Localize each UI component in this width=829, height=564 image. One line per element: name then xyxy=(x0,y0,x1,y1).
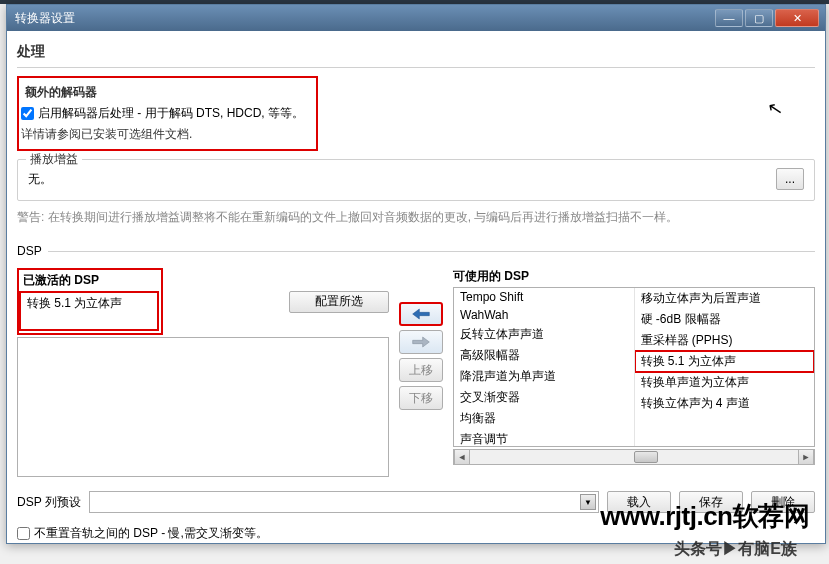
maximize-button[interactable]: ▢ xyxy=(745,9,773,27)
active-dsp-label: 已激活的 DSP xyxy=(19,270,159,291)
gain-group: 播放增益 无。 ... xyxy=(17,159,815,201)
dsp-label-text: DSP xyxy=(17,244,42,258)
divider xyxy=(48,251,815,252)
list-item[interactable]: 转换立体声为 4 声道 xyxy=(635,393,815,414)
remove-dsp-button[interactable] xyxy=(399,330,443,354)
window-title: 转换器设置 xyxy=(13,10,713,27)
save-preset-button[interactable]: 保存 xyxy=(679,491,743,513)
add-dsp-button[interactable] xyxy=(399,302,443,326)
load-preset-button[interactable]: 载入 xyxy=(607,491,671,513)
list-item[interactable]: 降混声道为单声道 xyxy=(454,366,634,387)
scroll-thumb[interactable] xyxy=(634,451,658,463)
list-item[interactable]: 转换 5.1 为立体声 xyxy=(635,351,815,372)
content-area: 处理 额外的解码器 启用解码器后处理 - 用于解码 DTS, HDCD, 等等。… xyxy=(7,31,825,552)
processing-header: 处理 xyxy=(17,37,815,65)
preset-dropdown[interactable]: ▼ xyxy=(89,491,599,513)
list-item[interactable]: 硬 -6dB 限幅器 xyxy=(635,309,815,330)
titlebar[interactable]: 转换器设置 — ▢ ✕ xyxy=(7,5,825,31)
preset-label: DSP 列预设 xyxy=(17,494,81,511)
horizontal-scrollbar[interactable]: ◄ ► xyxy=(453,449,815,465)
dialog-window: 转换器设置 — ▢ ✕ 处理 额外的解码器 启用解码器后处理 - 用于解码 DT… xyxy=(6,4,826,544)
decoder-info-text: 详情请参阅已安装可选组件文档. xyxy=(21,126,304,143)
no-reset-dsp-label: 不重置音轨之间的 DSP - 慢,需交叉渐变等。 xyxy=(34,525,268,542)
list-item[interactable]: 高级限幅器 xyxy=(454,345,634,366)
available-dsp-column: 可使用的 DSP Tempo ShiftWahWah反转立体声声道高级限幅器降混… xyxy=(453,268,815,477)
configure-button[interactable]: 配置所选 xyxy=(289,291,389,313)
preset-row: DSP 列预设 ▼ 载入 保存 删除 xyxy=(17,491,815,513)
delete-preset-button[interactable]: 删除 xyxy=(751,491,815,513)
active-dsp-list[interactable]: 转换 5.1 为立体声 xyxy=(19,291,159,331)
scroll-right-button[interactable]: ► xyxy=(798,450,814,464)
gain-value: 无。 xyxy=(28,171,52,188)
list-item[interactable]: 声音调节 xyxy=(454,429,634,446)
no-reset-dsp-checkbox[interactable] xyxy=(17,527,30,540)
enable-decoder-label: 启用解码器后处理 - 用于解码 DTS, HDCD, 等等。 xyxy=(38,105,304,122)
close-button[interactable]: ✕ xyxy=(775,9,819,27)
arrow-right-icon xyxy=(411,335,431,349)
gain-settings-button[interactable]: ... xyxy=(776,168,804,190)
warning-text: 警告: 在转换期间进行播放增益调整将不能在重新编码的文件上撤回对音频数据的更改,… xyxy=(17,209,815,226)
move-buttons-column: 上移 下移 xyxy=(395,268,447,477)
dsp-section-label: DSP xyxy=(17,244,815,258)
list-item[interactable]: 反转立体声声道 xyxy=(454,324,634,345)
arrow-left-icon xyxy=(411,307,431,321)
minimize-button[interactable]: — xyxy=(715,9,743,27)
list-item[interactable]: Tempo Shift xyxy=(454,288,634,306)
active-dsp-column: 已激活的 DSP 转换 5.1 为立体声 配置所选 xyxy=(17,268,389,477)
scroll-left-button[interactable]: ◄ xyxy=(454,450,470,464)
list-item[interactable]: 转换单声道为立体声 xyxy=(635,372,815,393)
list-item[interactable]: 移动立体声为后置声道 xyxy=(635,288,815,309)
list-item[interactable]: 交叉渐变器 xyxy=(454,387,634,408)
move-up-button[interactable]: 上移 xyxy=(399,358,443,382)
list-item[interactable]: 转换 5.1 为立体声 xyxy=(21,293,157,314)
available-dsp-label: 可使用的 DSP xyxy=(453,268,815,287)
enable-decoder-checkbox[interactable] xyxy=(21,107,34,120)
divider xyxy=(17,67,815,68)
dsp-body: 已激活的 DSP 转换 5.1 为立体声 配置所选 xyxy=(17,268,815,477)
list-item[interactable]: 均衡器 xyxy=(454,408,634,429)
list-item[interactable]: 重采样器 (PPHS) xyxy=(635,330,815,351)
available-dsp-list[interactable]: Tempo ShiftWahWah反转立体声声道高级限幅器降混声道为单声道交叉渐… xyxy=(453,287,815,447)
move-down-button[interactable]: 下移 xyxy=(399,386,443,410)
active-dsp-list-full[interactable] xyxy=(17,337,389,477)
decoder-group-label: 额外的解码器 xyxy=(21,84,304,101)
chevron-down-icon: ▼ xyxy=(580,494,596,510)
list-item[interactable]: WahWah xyxy=(454,306,634,324)
decoder-group-highlight: 额外的解码器 启用解码器后处理 - 用于解码 DTS, HDCD, 等等。 详情… xyxy=(17,76,318,151)
gain-group-label: 播放增益 xyxy=(26,151,82,168)
